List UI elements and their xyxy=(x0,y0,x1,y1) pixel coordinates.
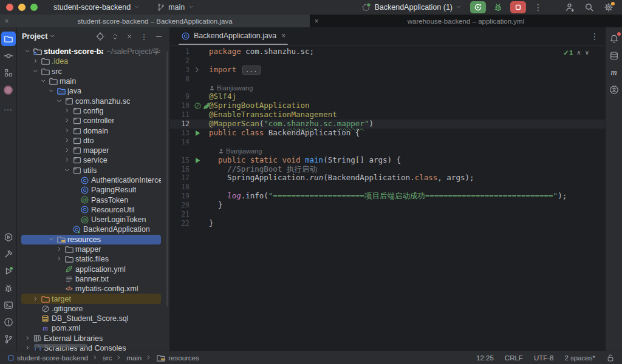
file-encoding[interactable]: UTF-8 xyxy=(534,354,554,362)
chevron-down-icon[interactable] xyxy=(49,33,56,40)
version-control-icon[interactable] xyxy=(1,332,16,346)
spring-bean-icon[interactable] xyxy=(194,102,202,110)
lock-icon[interactable] xyxy=(606,354,615,362)
tree-row-authenticationinterceptor[interactable]: CAuthenticationInterceptor xyxy=(21,175,161,185)
breadcrumb-item-student-score-backend[interactable]: student-score-backend xyxy=(7,354,88,362)
structure-tool-icon[interactable] xyxy=(1,66,16,80)
branch-selector[interactable]: main xyxy=(154,2,197,13)
tree-row-service[interactable]: service xyxy=(21,155,161,165)
tree-row-mybatis-config-xml[interactable]: </>mybatis-config.xml xyxy=(21,284,161,294)
chevron-right-icon[interactable] xyxy=(55,246,64,253)
code-editor[interactable]: ✓1 ∧ ∨ 1package com.shanzhu.sc;23import … xyxy=(170,46,605,351)
tree-row-application-yml[interactable]: application.yml xyxy=(21,265,161,274)
project-selector[interactable]: student-score-backend xyxy=(51,2,143,13)
tree-row--idea[interactable]: .idea xyxy=(21,56,161,66)
tree-row-mapper[interactable]: mapper xyxy=(21,244,161,254)
minimize-window-button[interactable] xyxy=(18,4,26,11)
panel-options-icon[interactable]: ⋮ xyxy=(138,30,150,42)
database-icon[interactable] xyxy=(607,49,621,63)
next-problem-icon[interactable]: ∨ xyxy=(585,49,589,58)
breadcrumb-item-src[interactable]: src xyxy=(103,354,112,362)
line-endings[interactable]: CRLF xyxy=(505,354,523,362)
run-more-options-button[interactable]: ⋮ xyxy=(531,1,545,14)
chevron-right-icon[interactable] xyxy=(63,147,72,154)
editor-options-icon[interactable]: ⋮ xyxy=(590,32,599,41)
tree-row--gitignore[interactable]: .gitignore xyxy=(21,304,161,314)
chevron-right-icon[interactable] xyxy=(63,157,72,164)
commit-tool-icon[interactable] xyxy=(1,49,16,63)
tree-row-config[interactable]: config xyxy=(21,106,161,116)
chevron-down-icon[interactable] xyxy=(55,98,64,105)
translation-icon[interactable] xyxy=(607,83,621,97)
tree-row-passtoken[interactable]: @PassToken xyxy=(21,195,161,204)
chevron-right-icon[interactable] xyxy=(55,255,64,263)
indent-style[interactable]: 2 spaces* xyxy=(564,354,595,362)
close-icon[interactable]: × xyxy=(310,17,323,25)
more-tool-windows-icon[interactable]: … xyxy=(1,99,16,114)
tree-row-static-files[interactable]: static.files xyxy=(21,254,161,264)
author-inlay[interactable]: Bianjiawang xyxy=(170,84,605,93)
tree-row-utils[interactable]: utils xyxy=(21,166,161,175)
tree-row-db-student-score-sql[interactable]: SQLDB_Student_Score.sql xyxy=(21,314,161,323)
tree-row-external-libraries[interactable]: External Libraries xyxy=(21,334,161,343)
project-tree-vertical-scrollbar[interactable] xyxy=(166,52,168,306)
project-tool-icon[interactable] xyxy=(1,32,16,46)
code-with-me-button[interactable] xyxy=(562,1,577,14)
tree-row-userlogintoken[interactable]: @UserLoginToken xyxy=(21,215,161,224)
run-line-icon[interactable] xyxy=(194,129,202,137)
chevron-right-icon[interactable] xyxy=(32,295,40,303)
expand-collapse-icon[interactable] xyxy=(109,30,121,42)
window-tab-1[interactable]: ×student-score-backend – BackendApplicat… xyxy=(0,15,310,27)
caret-position[interactable]: 12:25 xyxy=(476,354,494,362)
problems-icon[interactable] xyxy=(1,315,16,329)
zoom-window-button[interactable] xyxy=(30,4,38,11)
tree-row-domain[interactable]: domain xyxy=(21,126,161,135)
chevron-down-icon[interactable] xyxy=(39,78,48,85)
terminal-icon[interactable] xyxy=(1,298,16,312)
locate-file-icon[interactable] xyxy=(94,30,106,42)
chevron-right-icon[interactable] xyxy=(24,345,32,351)
tree-row-mapper[interactable]: mapper xyxy=(21,146,161,155)
maven-icon[interactable]: m xyxy=(607,66,621,80)
tree-row-java[interactable]: java xyxy=(21,86,161,96)
run-configuration-selector[interactable]: BackendApplication (1) xyxy=(359,1,465,13)
run-line-icon[interactable] xyxy=(194,157,202,164)
tree-row-backendapplication[interactable]: CBackendApplication xyxy=(21,224,161,234)
chevron-right-icon[interactable] xyxy=(63,107,72,115)
services-icon[interactable] xyxy=(1,230,16,244)
debug-tool-icon[interactable] xyxy=(1,281,16,295)
debug-button[interactable] xyxy=(491,1,505,14)
inspections-widget[interactable]: ✓1 ∧ ∨ xyxy=(563,49,589,58)
chevron-down-icon[interactable] xyxy=(32,68,40,75)
breadcrumb-item-main[interactable]: main xyxy=(126,354,142,362)
close-icon[interactable]: × xyxy=(0,17,13,25)
tree-row-banner-txt[interactable]: banner.txt xyxy=(21,274,161,284)
tree-row-resources[interactable]: resources xyxy=(21,235,161,244)
editor-tab-backendapplication[interactable]: C BackendApplication.java × xyxy=(176,27,290,45)
breadcrumb-item-resources[interactable]: resources xyxy=(156,353,199,363)
chevron-down-icon[interactable] xyxy=(47,236,56,243)
settings-button[interactable] xyxy=(601,1,616,14)
search-everywhere-button[interactable] xyxy=(582,1,596,14)
tree-row-main[interactable]: main xyxy=(21,76,161,86)
hide-panel-icon[interactable] xyxy=(152,30,165,42)
tree-row-com-shanzhu-sc[interactable]: com.shanzhu.sc xyxy=(21,96,161,106)
close-icon[interactable]: × xyxy=(281,32,285,40)
tree-row-pagingresult[interactable]: CPagingResult xyxy=(21,185,161,195)
collapse-all-icon[interactable] xyxy=(123,30,135,42)
stop-button[interactable] xyxy=(510,1,526,13)
plugin-tool-icon[interactable] xyxy=(1,83,16,97)
window-tab-2[interactable]: ×warehouse-backend – application.yml xyxy=(310,15,622,27)
author-inlay[interactable]: Bianjiawang xyxy=(170,147,605,156)
run-tool-icon[interactable] xyxy=(1,264,16,278)
tree-row-target[interactable]: target xyxy=(21,294,161,303)
build-icon[interactable] xyxy=(1,247,16,261)
project-tree-horizontal-scrollbar[interactable] xyxy=(34,344,87,348)
chevron-right-icon[interactable] xyxy=(63,127,72,135)
tree-row-src[interactable]: src xyxy=(21,67,161,76)
tree-row-student-score-backend[interactable]: student-score-backend~/saleProject/学生成绩 xyxy=(21,47,161,56)
close-window-button[interactable] xyxy=(6,4,13,11)
notifications-icon[interactable] xyxy=(607,32,621,46)
chevron-down-icon[interactable] xyxy=(47,87,56,95)
folded-imports-chip[interactable]: ... xyxy=(242,66,261,75)
